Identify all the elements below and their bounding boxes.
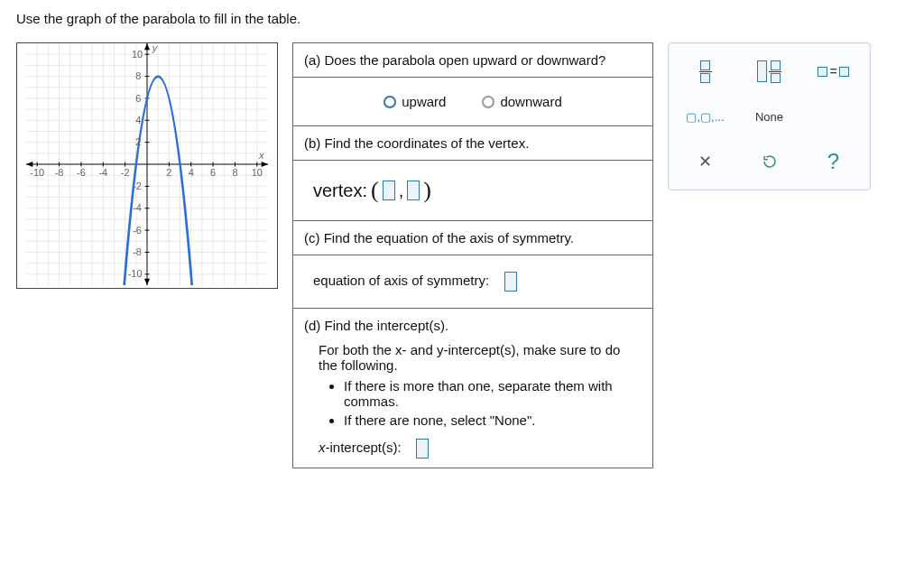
open-paren: ( [371,177,379,204]
close-paren: ) [423,177,431,204]
question-table: (a) Does the parabola open upward or dow… [292,42,653,468]
input-toolbox: = ▢,▢,... None ✕ ? [668,42,871,190]
vertex-x-input[interactable] [383,181,395,200]
x-intercept-label: -intercept(s): [326,440,402,455]
option-downward[interactable]: downward [482,94,561,109]
svg-text:2: 2 [166,167,171,178]
svg-text:-6: -6 [133,225,142,236]
clear-button[interactable]: ✕ [679,146,732,177]
svg-text:-10: -10 [30,167,44,178]
radio-icon [482,96,494,108]
x-intercept-input[interactable] [416,439,429,458]
help-icon: ? [827,149,839,174]
option-upward-label: upward [402,94,446,109]
svg-text:-4: -4 [98,167,107,178]
parabola-graph: -10-8-6 -4-22 468 10 1086 42-2 -4-6-8 -1… [17,43,277,285]
svg-text:-4: -4 [133,202,142,213]
svg-text:x: x [258,150,264,161]
help-button[interactable]: ? [808,146,860,177]
fraction-button[interactable] [679,56,732,87]
comma: , [399,181,404,201]
vertex-label: vertex: [313,181,367,201]
svg-text:2: 2 [135,136,141,147]
main-columns: -10-8-6 -4-22 468 10 1086 42-2 -4-6-8 -1… [16,42,908,468]
svg-text:-2: -2 [133,181,142,191]
svg-text:-8: -8 [133,246,142,257]
svg-marker-43 [26,162,32,167]
axis-input[interactable] [504,272,517,292]
svg-marker-44 [144,43,150,50]
svg-text:4: 4 [135,115,141,125]
part-d-intro: For both the x- and y-intercept(s), make… [319,342,627,373]
svg-text:-6: -6 [77,167,86,178]
svg-text:4: 4 [189,167,194,178]
svg-marker-45 [144,279,150,285]
option-upward[interactable]: upward [383,94,446,109]
part-c-answer: equation of axis of symmetry: [293,255,652,309]
equation-button[interactable]: = [808,56,860,87]
part-b-prompt: (b) Find the coordinates of the vertex. [293,126,652,161]
part-a-prompt: (a) Does the parabola open upward or dow… [293,43,652,78]
reset-button[interactable] [744,146,796,177]
mixed-number-button[interactable] [744,56,796,87]
vertex-y-input[interactable] [407,181,420,200]
x-icon: ✕ [698,152,712,171]
svg-marker-42 [262,162,268,167]
svg-text:6: 6 [210,167,216,178]
part-d-prompt: (d) Find the intercept(s). [304,318,642,333]
svg-text:-10: -10 [128,268,143,279]
axis-label: equation of axis of symmetry: [313,273,489,288]
list-button[interactable]: ▢,▢,... [679,101,732,132]
reset-icon [762,153,778,170]
part-c-prompt: (c) Find the equation of the axis of sym… [293,221,652,255]
svg-text:10: 10 [252,167,263,178]
part-d-bullet-1: If there is more than one, separate them… [344,378,627,409]
none-button[interactable]: None [744,101,796,132]
svg-text:-8: -8 [55,167,64,178]
svg-text:8: 8 [232,167,237,178]
instruction-text: Use the graph of the parabola to fill in… [16,11,908,26]
part-d: (d) Find the intercept(s). For both the … [293,309,652,468]
svg-text:y: y [152,43,159,53]
svg-text:6: 6 [135,93,141,104]
part-a-options: upward downward [293,78,652,126]
part-b-answer: vertex: ( , ) [293,161,652,221]
part-d-bullet-2: If there are none, select "None". [344,412,627,428]
svg-text:8: 8 [135,70,141,81]
option-downward-label: downward [500,94,561,109]
radio-icon [383,96,396,108]
graph-panel: -10-8-6 -4-22 468 10 1086 42-2 -4-6-8 -1… [16,42,278,289]
svg-text:10: 10 [132,49,143,60]
svg-text:-2: -2 [121,167,130,178]
